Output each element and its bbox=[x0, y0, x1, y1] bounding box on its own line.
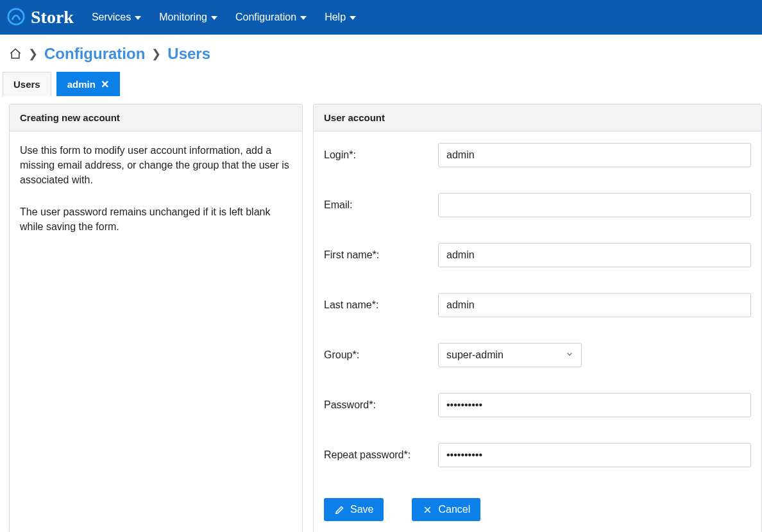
brand-name: Stork bbox=[31, 7, 74, 28]
breadcrumb-configuration[interactable]: Configuration bbox=[44, 45, 145, 63]
nav-configuration[interactable]: Configuration bbox=[235, 12, 307, 23]
close-icon[interactable]: ✕ bbox=[101, 79, 109, 90]
nav-services-label: Services bbox=[92, 12, 131, 23]
first-name-input[interactable] bbox=[438, 243, 751, 267]
label-password: Password*: bbox=[324, 397, 438, 412]
tab-users-label: Users bbox=[13, 79, 40, 90]
close-icon bbox=[422, 504, 433, 515]
label-email: Email: bbox=[324, 197, 438, 212]
home-icon[interactable] bbox=[9, 47, 22, 60]
last-name-input[interactable] bbox=[438, 293, 751, 317]
label-group: Group*: bbox=[324, 347, 438, 362]
panel-creating-account: Creating new account Use this form to mo… bbox=[9, 104, 303, 532]
email-input[interactable] bbox=[438, 193, 751, 217]
group-select[interactable] bbox=[438, 343, 582, 367]
repeat-password-input[interactable] bbox=[438, 443, 751, 467]
brand-logo-icon bbox=[6, 7, 26, 28]
panel-user-account: User account Login*: Email: First name*:… bbox=[313, 104, 762, 532]
panel-user-account-title: User account bbox=[314, 104, 761, 131]
nav-configuration-label: Configuration bbox=[235, 12, 296, 23]
chevron-down-icon bbox=[135, 16, 141, 20]
tab-users[interactable]: Users bbox=[3, 72, 51, 96]
label-last-name: Last name*: bbox=[324, 297, 438, 312]
chevron-down-icon bbox=[350, 16, 356, 20]
label-repeat-password: Repeat password*: bbox=[324, 447, 438, 462]
label-login: Login*: bbox=[324, 147, 438, 162]
chevron-right-icon: ❯ bbox=[28, 47, 38, 61]
label-first-name: First name*: bbox=[324, 247, 438, 262]
info-paragraph-2: The user password remains unchanged if i… bbox=[20, 204, 292, 234]
tabs: Users admin ✕ bbox=[0, 72, 762, 96]
brand[interactable]: Stork bbox=[6, 7, 74, 28]
info-paragraph-1: Use this form to modify user account inf… bbox=[20, 143, 292, 188]
breadcrumb-users: Users bbox=[167, 45, 210, 63]
content: Creating new account Use this form to mo… bbox=[0, 96, 762, 532]
nav-monitoring-label: Monitoring bbox=[159, 12, 207, 23]
nav-help[interactable]: Help bbox=[325, 12, 356, 23]
save-button[interactable]: Save bbox=[324, 498, 384, 521]
cancel-button[interactable]: Cancel bbox=[412, 498, 480, 521]
svg-point-0 bbox=[8, 8, 24, 24]
top-nav: Stork Services Monitoring Configuration … bbox=[0, 0, 762, 35]
nav-help-label: Help bbox=[325, 12, 346, 23]
nav-monitoring[interactable]: Monitoring bbox=[159, 12, 217, 23]
nav-services[interactable]: Services bbox=[92, 12, 141, 23]
chevron-down-icon bbox=[300, 16, 307, 20]
login-input[interactable] bbox=[438, 143, 751, 167]
save-button-label: Save bbox=[350, 504, 373, 515]
panel-creating-account-title: Creating new account bbox=[10, 104, 302, 131]
cancel-button-label: Cancel bbox=[438, 504, 470, 515]
tab-admin[interactable]: admin ✕ bbox=[56, 72, 120, 96]
tab-admin-label: admin bbox=[67, 79, 96, 90]
chevron-right-icon: ❯ bbox=[151, 47, 161, 61]
chevron-down-icon bbox=[211, 16, 217, 20]
password-input[interactable] bbox=[438, 393, 751, 417]
breadcrumb: ❯ Configuration ❯ Users bbox=[0, 35, 762, 72]
pencil-icon bbox=[334, 504, 345, 515]
